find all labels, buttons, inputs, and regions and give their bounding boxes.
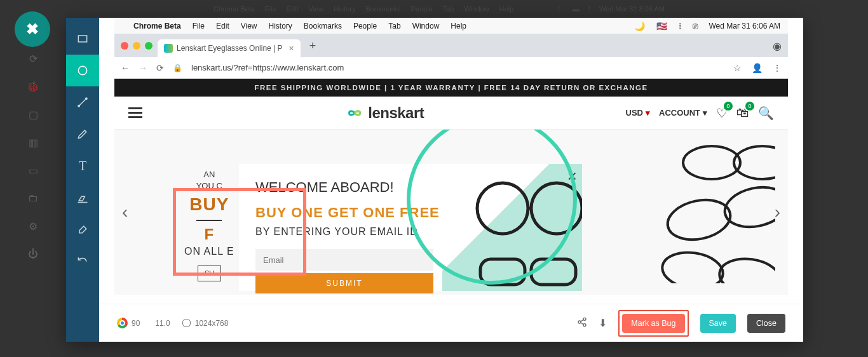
store-logo[interactable]: lenskart <box>151 104 617 122</box>
svg-point-9 <box>721 182 775 232</box>
svg-point-1 <box>78 66 86 74</box>
video-icon[interactable]: ▢ <box>27 108 39 121</box>
chevron-down-icon: ▾ <box>703 108 707 118</box>
close-editor-button[interactable]: ✖ <box>15 11 50 47</box>
mock-clock: Wed Mar 31 6:06 AM <box>709 22 781 30</box>
session-sidebar: ⟳ 🐞 ▢ ▥ ▭ 🗀 ⚙ ⏻ <box>24 52 42 260</box>
tool-undo[interactable] <box>66 245 99 277</box>
svg-point-18 <box>578 321 581 323</box>
browser-tab[interactable]: Lenskart Eyeglasses Online | P × <box>158 39 301 57</box>
back-button[interactable]: ← <box>121 63 130 73</box>
logo-text: lenskart <box>368 104 424 122</box>
screenshot-editor: T Chrome Beta File Edit View History Boo… <box>66 18 803 342</box>
tool-text[interactable]: T <box>66 150 99 182</box>
mock-menubar: Chrome Beta File Edit View History Bookm… <box>114 18 788 34</box>
tool-pencil[interactable] <box>66 118 99 150</box>
svg-point-6 <box>683 146 740 179</box>
svg-point-19 <box>583 323 586 326</box>
currency-selector[interactable]: USD▾ <box>626 108 650 118</box>
carousel-prev-icon[interactable]: ‹ <box>122 202 128 222</box>
svg-line-21 <box>581 323 584 325</box>
svg-point-8 <box>664 194 734 245</box>
switch-icon[interactable]: ⟳ <box>27 52 39 65</box>
wishlist-icon[interactable]: ♡0 <box>716 105 728 121</box>
mock-browser-name: Chrome Beta <box>133 22 181 30</box>
tool-line[interactable] <box>66 86 99 118</box>
clock-icon: ! <box>588 5 590 13</box>
mark-as-bug-button[interactable]: Mark as Bug <box>622 314 684 333</box>
svg-point-4 <box>86 98 88 100</box>
mark-as-bug-highlight: Mark as Bug <box>618 310 688 337</box>
maximize-window-icon[interactable] <box>145 42 153 50</box>
svg-rect-0 <box>78 36 86 42</box>
chrome-icon <box>117 318 128 328</box>
star-icon[interactable]: ☆ <box>733 63 742 73</box>
bg-clock: Wed Mar 31 8:06 AM <box>599 5 665 13</box>
folder-icon[interactable]: 🗀 <box>27 192 39 205</box>
close-window-icon[interactable] <box>121 42 128 50</box>
hamburger-menu-icon[interactable] <box>128 107 142 118</box>
save-button[interactable]: Save <box>700 314 736 333</box>
forward-button[interactable]: → <box>139 63 147 73</box>
profile-icon[interactable]: 👤 <box>752 63 763 73</box>
search-icon[interactable]: 🔍 <box>758 105 774 121</box>
download-icon[interactable]: ⬇ <box>599 317 607 329</box>
tool-rectangle[interactable] <box>66 23 99 55</box>
favicon-icon <box>164 44 173 53</box>
svg-point-10 <box>660 249 726 283</box>
moon-icon: ☾ <box>557 5 564 13</box>
svg-point-17 <box>583 318 586 320</box>
glasses-illustration <box>597 137 775 283</box>
moon-icon: 🌙 <box>634 21 645 31</box>
bg-browser-name: Chrome Beta <box>214 5 255 13</box>
reload-button[interactable]: ⟳ <box>156 63 164 73</box>
window-controls[interactable] <box>121 42 153 50</box>
flag-us-icon: 🇺🇸 <box>656 21 667 31</box>
screenshot-canvas[interactable]: Chrome Beta File Edit View History Bookm… <box>114 18 788 304</box>
annotation-rectangle[interactable] <box>173 188 306 276</box>
url-text[interactable]: lenskart.us/?ref=https://www.lenskart.co… <box>191 63 344 72</box>
minimize-window-icon[interactable] <box>133 42 140 50</box>
submit-button[interactable]: SUBMIT <box>255 273 433 293</box>
resolution-info: 🖵 1024x768 <box>182 318 229 328</box>
display-icon[interactable]: ▭ <box>27 164 39 177</box>
new-tab-button[interactable]: + <box>309 39 316 53</box>
svg-line-2 <box>79 98 86 106</box>
promo-banner: FREE SHIPPING WORLDWIDE | 1 YEAR WARRANT… <box>114 79 788 97</box>
account-menu[interactable]: ACCOUNT▾ <box>659 108 707 118</box>
lock-icon: 🔒 <box>173 64 182 72</box>
share-icon[interactable] <box>577 317 587 330</box>
carousel-next-icon[interactable]: › <box>775 202 780 222</box>
status-icon: ⁞ <box>679 21 681 31</box>
incognito-icon: ◉ <box>773 40 782 52</box>
svg-point-11 <box>717 255 775 283</box>
tab-title: Lenskart Eyeglasses Online | P <box>177 44 283 53</box>
tool-eraser[interactable] <box>66 213 99 245</box>
browser-urlbar: ← → ⟳ 🔒 lenskart.us/?ref=https://www.len… <box>114 57 788 79</box>
display-icon: 🖵 <box>182 318 191 328</box>
os-info: 11.0 <box>151 319 170 328</box>
control-icon: ⎚ <box>693 21 698 31</box>
power-icon[interactable]: ⏻ <box>27 248 39 260</box>
editor-footer: 90 11.0 🖵 1024x768 ⬇ Mark as Bug Save Cl… <box>99 304 803 342</box>
settings-icon[interactable]: ⚙ <box>27 220 39 232</box>
clipboard-icon[interactable]: ▥ <box>27 136 39 149</box>
store-header: lenskart USD▾ ACCOUNT▾ ♡0 🛍0 🔍 <box>114 97 788 130</box>
menu-kebab-icon[interactable]: ⋮ <box>773 63 782 73</box>
tool-highlight[interactable] <box>66 182 99 213</box>
flag-icon: ▬ <box>573 5 580 13</box>
close-tab-icon[interactable]: × <box>289 43 294 53</box>
hero-carousel: ‹ › AN YOU C BUY F ON ALL E SH <box>114 130 788 295</box>
annotation-toolbar: T <box>66 18 99 342</box>
close-button[interactable]: Close <box>747 314 785 333</box>
background-menubar: Chrome Beta File Edit View History Bookm… <box>203 3 665 15</box>
cart-icon[interactable]: 🛍0 <box>736 105 749 120</box>
tool-ellipse[interactable] <box>66 55 99 86</box>
logo-infinity-icon <box>344 107 365 119</box>
svg-point-3 <box>78 105 80 107</box>
bug-icon[interactable]: 🐞 <box>27 80 39 93</box>
chevron-down-icon: ▾ <box>646 108 650 118</box>
svg-line-20 <box>581 320 584 321</box>
browser-tabstrip: Lenskart Eyeglasses Online | P × + ◉ <box>114 34 788 57</box>
browser-info: 90 <box>117 318 140 328</box>
